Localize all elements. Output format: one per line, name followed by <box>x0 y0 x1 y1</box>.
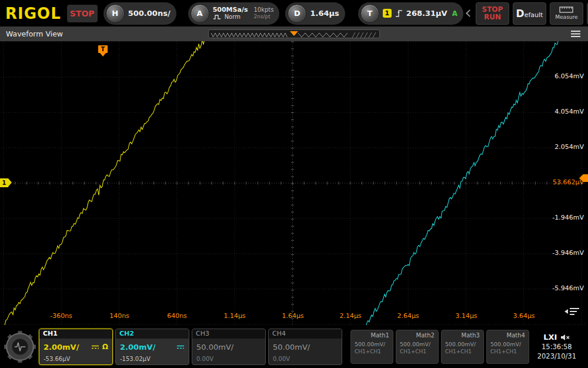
voltage-axis-label: 6.054mV <box>554 72 584 80</box>
channel-name: CH3 <box>192 329 265 339</box>
timebase-value: 500.00ns/ <box>128 9 171 18</box>
trigger-settings-button[interactable]: T 1 268.31µV A <box>358 2 463 25</box>
pulse-wave-icon <box>213 14 222 20</box>
delay-button[interactable]: D 1.64µs <box>285 2 345 25</box>
measure-button[interactable]: Measure <box>550 2 583 25</box>
time-axis-label: 640ns <box>167 312 187 320</box>
math-scale: 500.00mV/ <box>355 341 389 347</box>
trigger-level-value: 268.31µV <box>406 9 447 18</box>
channel1-offset-marker[interactable]: 1 <box>0 178 8 187</box>
dc-coupling-icon <box>176 344 185 350</box>
chevron-left-icon[interactable] <box>466 9 473 17</box>
channel-offset: 0.00V <box>192 356 265 364</box>
math-expression: CH1+CH1 <box>490 349 525 354</box>
trigger-source-badge: 1 <box>383 9 392 18</box>
channel-box-ch2[interactable]: CH2 2.00mV/ -153.02µV <box>115 329 189 365</box>
trigger-sweep-badge: A <box>452 9 457 18</box>
acquire-mode-value: Norm <box>225 14 240 21</box>
voltage-axis-label: -5.946mV <box>552 284 584 292</box>
h-knob-icon[interactable]: H <box>106 4 125 23</box>
waveform-view-bar: Waveform View <box>0 26 588 41</box>
default-label: Default <box>516 8 543 19</box>
channel-scale: 2.00mV/ <box>44 343 79 352</box>
speaker-muted-icon[interactable] <box>560 334 570 341</box>
channel-box-ch4[interactable]: CH4 50.00mV/ 0.00V <box>268 329 342 365</box>
clock-time: 15:36:58 <box>537 343 576 351</box>
channel-name: CH1 <box>39 329 112 339</box>
math4-box[interactable]: Math4 500.00mV/ CH1+CH1 <box>486 330 529 364</box>
math-scale: 500.00mV/ <box>445 341 480 347</box>
time-axis-label: 3.64µs <box>513 312 534 320</box>
delay-value: 1.64µs <box>310 9 339 18</box>
overview-pattern <box>209 31 379 38</box>
time-axis-label: 1.64µs <box>282 312 303 320</box>
math-expression: CH1+CH1 <box>355 349 389 354</box>
channel-name: CH2 <box>116 329 189 339</box>
rigol-gear-logo[interactable] <box>4 330 36 363</box>
voltage-axis-label: 53.662µV <box>553 178 584 186</box>
clock-date: 2023/10/31 <box>537 352 576 360</box>
sample-rate-value: 500MSa/s <box>213 6 248 14</box>
menu-icon[interactable] <box>570 30 581 38</box>
horizontal-timebase-button[interactable]: H 500.00ns/ <box>103 2 176 25</box>
voltage-axis-label: -3.946mV <box>552 249 584 257</box>
time-axis-label: 3.14µs <box>455 312 477 320</box>
waveform-display[interactable]: T 1 6.054mV4.054mV2.054mV53.662µV-1.946m… <box>0 41 588 325</box>
time-axis-label: 1.14µs <box>223 312 245 320</box>
time-axis-label: 2.14µs <box>339 312 361 320</box>
channel-scale: 50.00mV/ <box>196 343 233 352</box>
a-knob-icon[interactable]: A <box>191 4 209 23</box>
math-expression: CH1+CH1 <box>400 349 435 354</box>
oscilloscope-screen: RIGOL STOP H 500.00ns/ A 500MSa/s Norm 1… <box>0 0 588 368</box>
voltage-axis-label: 2.054mV <box>554 143 584 151</box>
time-axis-label: 140ns <box>109 312 129 320</box>
ruler-icon <box>559 6 573 13</box>
channel-scale: 2.00mV/ <box>120 343 155 352</box>
default-button[interactable]: Default <box>513 2 546 25</box>
math-scale: 500.00mV/ <box>490 341 525 347</box>
channel-offset: -53.66µV <box>39 356 112 364</box>
impedance-icon: Ω <box>102 343 108 351</box>
math-expression: CH1+CH1 <box>445 349 480 354</box>
resolution-value: 2ns/pt <box>253 14 273 20</box>
trigger-position-marker[interactable]: T <box>98 45 108 53</box>
channel-box-ch1[interactable]: CH1 2.00mV/ Ω -53.66µV <box>39 329 113 365</box>
run-label: RUN <box>482 14 503 21</box>
math-name: Math2 <box>400 332 435 339</box>
channel-scale: 50.00mV/ <box>273 343 310 352</box>
stop-run-button[interactable]: STOP RUN <box>476 2 509 25</box>
waveform-overview-strip[interactable] <box>208 29 380 38</box>
math-scale: 500.00mV/ <box>400 341 435 347</box>
rising-edge-icon <box>395 9 403 18</box>
acquisition-status-badge: STOP <box>67 5 98 22</box>
lxi-label: LXI <box>543 333 557 342</box>
math-name: Math3 <box>445 332 480 339</box>
time-axis-label: -360ns <box>50 312 72 320</box>
math-name: Math4 <box>490 332 525 339</box>
math2-box[interactable]: Math2 500.00mV/ CH1+CH1 <box>396 330 439 364</box>
time-axis-label: 2.64µs <box>397 312 419 320</box>
system-status: LXI 15:36:58 2023/10/31 <box>537 333 584 360</box>
dc-coupling-icon <box>91 344 99 350</box>
math3-box[interactable]: Math3 500.00mV/ CH1+CH1 <box>441 330 484 364</box>
math-name: Math1 <box>355 332 389 339</box>
voltage-axis-label: 4.054mV <box>554 108 584 115</box>
bottom-status-bar: CH1 2.00mV/ Ω -53.66µV CH2 2.00mV/ -153.… <box>0 325 588 368</box>
acquisition-settings-button[interactable]: A 500MSa/s Norm 10kpts 2ns/pt <box>188 2 280 25</box>
view-title: Waveform View <box>6 29 63 38</box>
channel-name: CH4 <box>269 329 342 339</box>
t-knob-icon[interactable]: T <box>360 4 379 23</box>
channel-offset: -153.02µV <box>116 356 189 364</box>
memory-depth-value: 10kpts <box>253 6 273 14</box>
menu-collapse-icon[interactable] <box>564 306 580 317</box>
voltage-axis-label: -1.946mV <box>552 214 584 221</box>
channel-offset: 0.00V <box>269 356 342 364</box>
stop-label: STOP <box>482 6 503 14</box>
rigol-logo: RIGOL <box>5 4 61 23</box>
top-toolbar: RIGOL STOP H 500.00ns/ A 500MSa/s Norm 1… <box>0 0 588 26</box>
graticule-svg <box>0 41 588 325</box>
d-knob-icon[interactable]: D <box>288 4 306 23</box>
math1-box[interactable]: Math1 500.00mV/ CH1+CH1 <box>350 330 393 364</box>
channel-box-ch3[interactable]: CH3 50.00mV/ 0.00V <box>192 329 266 365</box>
measure-label: Measure <box>555 14 577 20</box>
